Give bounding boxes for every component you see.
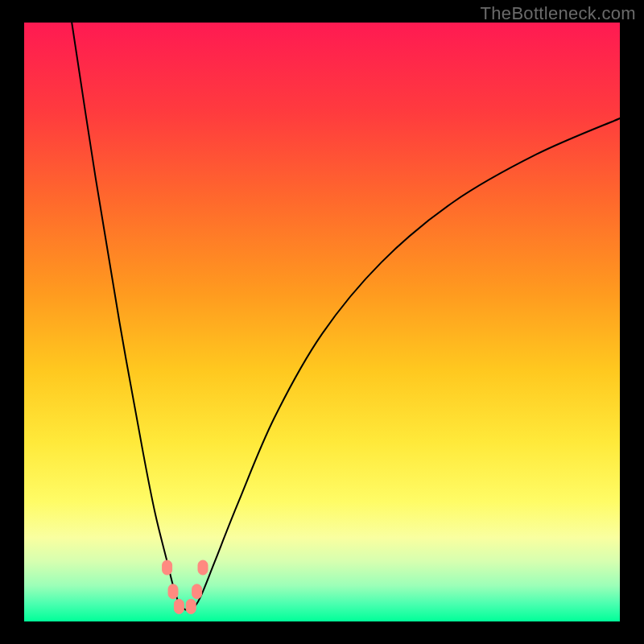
- curve-marker: [192, 584, 202, 599]
- curve-marker: [186, 599, 196, 613]
- curve-marker: [163, 560, 172, 575]
- curve-marker: [198, 560, 208, 575]
- curve-marker: [174, 599, 184, 613]
- markers-group: [163, 560, 208, 613]
- chart-stage: TheBottleneck.com: [0, 0, 644, 644]
- plot-area: [24, 23, 620, 621]
- curve-marker: [168, 584, 178, 599]
- watermark-text: TheBottleneck.com: [481, 3, 636, 24]
- curve-path: [72, 23, 620, 610]
- bottleneck-curve: [24, 23, 620, 621]
